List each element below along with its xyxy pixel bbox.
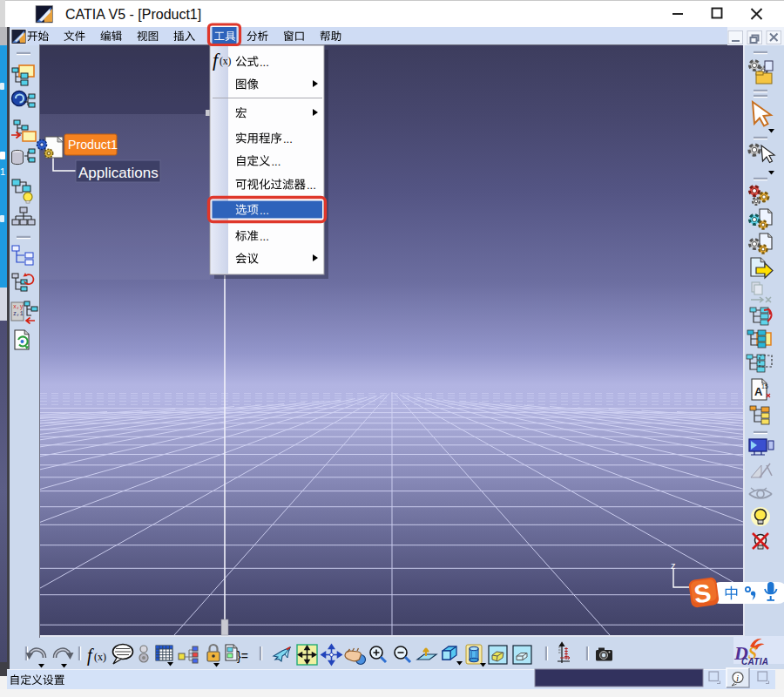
svg-text:CATIA: CATIA [741,657,768,667]
svg-text:}=: }= [237,649,248,663]
svg-text:f: f [87,646,94,666]
svg-text:...: ... [283,132,293,145]
svg-text:15: 15 [761,383,768,389]
svg-text:...: ... [260,230,269,243]
svg-text:...: ... [307,179,316,192]
svg-text:z: z [671,560,676,571]
svg-text:...: ... [260,56,269,69]
svg-text:i: i [736,673,739,683]
svg-text:z,1: z,1 [13,311,24,317]
svg-text:(x): (x) [94,651,106,663]
svg-text:x,y: x,y [13,304,24,310]
svg-text:...: ... [260,204,269,217]
svg-text:1: 1 [0,166,5,177]
svg-text:Applications: Applications [78,165,159,181]
svg-text:Product1: Product1 [68,138,118,152]
svg-text:(x): (x) [220,56,232,67]
svg-text:...: ... [272,155,281,168]
svg-text:CATIA V5 - [Product1]: CATIA V5 - [Product1] [65,7,201,22]
